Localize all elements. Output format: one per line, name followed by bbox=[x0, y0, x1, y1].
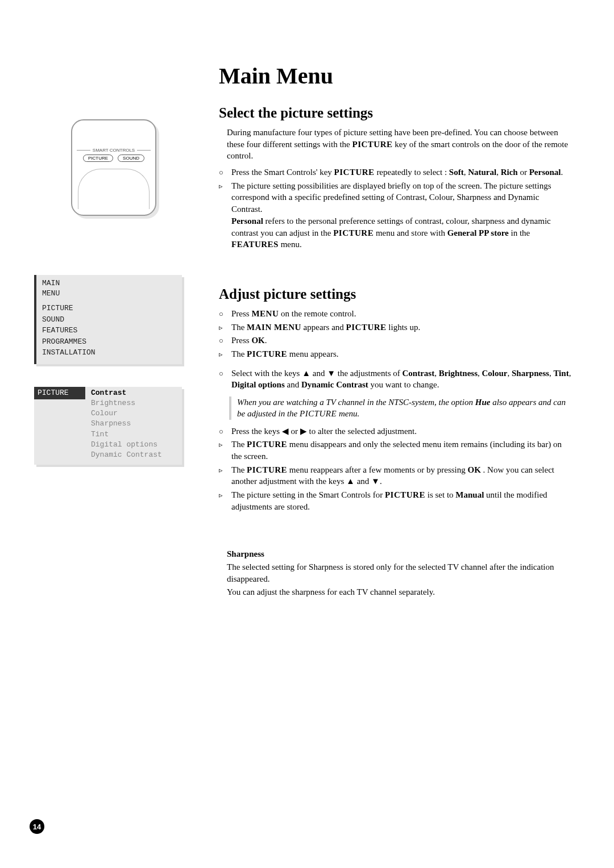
down-arrow-icon: ▼ bbox=[371, 476, 380, 486]
osd-item: PICTURE bbox=[42, 303, 176, 314]
list-item: The picture setting in the Smart Control… bbox=[219, 489, 571, 512]
option: Digital options bbox=[231, 380, 285, 389]
osd-picture-item: Brightness bbox=[91, 398, 177, 408]
option: Contrast bbox=[403, 369, 435, 378]
list-item: Press OK. bbox=[219, 335, 571, 347]
ntsc-note: When you are watching a TV channel in th… bbox=[229, 397, 571, 420]
instruction-list: Press MENU on the remote control. The MA… bbox=[219, 308, 571, 360]
instruction-list: Press the Smart Controls' key PICTURE re… bbox=[219, 166, 571, 251]
list-item: Select with the keys ▲ and ▼ the adjustm… bbox=[219, 368, 571, 391]
text: The bbox=[231, 323, 247, 332]
key-name: PICTURE bbox=[247, 465, 287, 474]
text: The bbox=[231, 465, 247, 474]
osd-picture-selected: PICTURE bbox=[34, 387, 85, 399]
text: , bbox=[478, 369, 482, 378]
right-arrow-icon: ▶ bbox=[300, 426, 307, 436]
text: in the bbox=[509, 228, 530, 237]
option: Manual bbox=[455, 490, 484, 499]
list-item: Press the keys ◀ or ▶ to alter the selec… bbox=[219, 425, 571, 437]
paragraph: You can adjust the sharpness for each TV… bbox=[227, 586, 571, 598]
key-name: PICTURE bbox=[346, 323, 387, 332]
section-heading: Select the picture settings bbox=[219, 105, 571, 121]
text: . bbox=[380, 477, 382, 486]
remote-illustration: SMART CONTROLS PICTURE SOUND bbox=[71, 119, 156, 216]
text: and bbox=[310, 369, 327, 378]
option: Tint bbox=[553, 369, 569, 378]
option: Brightness bbox=[439, 369, 478, 378]
smart-controls-label: SMART CONTROLS bbox=[72, 148, 155, 153]
text: the adjustments of bbox=[335, 369, 402, 378]
key-name: OK bbox=[251, 336, 264, 345]
list-item: The MAIN MENU appears and PICTURE lights… bbox=[219, 322, 571, 333]
content-column: Main Menu Select the picture settings Du… bbox=[219, 62, 571, 602]
subsection-heading: Sharpness bbox=[227, 549, 571, 559]
text: Press bbox=[231, 309, 251, 318]
text: The bbox=[231, 349, 247, 358]
instruction-list: Press the keys ◀ or ▶ to alter the selec… bbox=[219, 425, 571, 513]
left-arrow-icon: ◀ bbox=[282, 426, 289, 436]
text: or bbox=[518, 168, 529, 177]
osd-picture-right: Contrast Brightness Colour Sharpness Tin… bbox=[85, 387, 182, 465]
text: , bbox=[508, 369, 512, 378]
manual-page: SMART CONTROLS PICTURE SOUND MAIN MENU P… bbox=[0, 0, 614, 868]
option: Personal bbox=[231, 216, 263, 226]
osd-picture-item: Sharpness bbox=[91, 419, 177, 429]
text: menu. bbox=[279, 240, 302, 249]
text: Press bbox=[231, 336, 251, 345]
text: The picture setting possibilities are di… bbox=[231, 181, 551, 214]
text: Select with the keys bbox=[231, 369, 302, 378]
text: The bbox=[231, 440, 247, 449]
list-item: Press MENU on the remote control. bbox=[219, 308, 571, 320]
text: , bbox=[496, 168, 501, 177]
text: is set to bbox=[425, 490, 455, 499]
list-item: The PICTURE menu disappears and only the… bbox=[219, 439, 571, 462]
text: menu and store with bbox=[374, 228, 447, 237]
page-title: Main Menu bbox=[219, 62, 571, 89]
up-arrow-icon: ▲ bbox=[302, 368, 310, 378]
list-item: The picture setting possibilities are di… bbox=[219, 180, 571, 251]
osd-item: INSTALLATION bbox=[42, 347, 176, 358]
text: Press the keys bbox=[231, 427, 282, 436]
list-item: Press the Smart Controls' key PICTURE re… bbox=[219, 166, 571, 178]
down-arrow-icon: ▼ bbox=[327, 368, 335, 378]
key-name: PICTURE bbox=[247, 440, 287, 449]
osd-main-menu-title: MAIN MENU bbox=[42, 278, 176, 298]
instruction-list: Select with the keys ▲ and ▼ the adjustm… bbox=[219, 368, 571, 391]
key-name: MAIN MENU bbox=[247, 323, 301, 332]
osd-main-line1: MAIN bbox=[42, 278, 176, 289]
remote-picture-button: PICTURE bbox=[83, 155, 113, 162]
option: Soft bbox=[449, 168, 464, 177]
option: Hue bbox=[475, 398, 491, 407]
option: Dynamic Contrast bbox=[301, 380, 368, 389]
remote-button-row: PICTURE SOUND bbox=[72, 155, 155, 162]
text: When you are watching a TV channel in th… bbox=[237, 398, 475, 407]
text: lights up. bbox=[387, 323, 421, 332]
sharpness-block: Sharpness The selected setting for Sharp… bbox=[219, 549, 571, 598]
text: menu. bbox=[337, 409, 359, 418]
list-item: The PICTURE menu reappears after a few m… bbox=[219, 464, 571, 487]
figures-column: SMART CONTROLS PICTURE SOUND MAIN MENU P… bbox=[34, 119, 193, 465]
text: on the remote control. bbox=[279, 309, 356, 318]
option: Colour bbox=[482, 369, 508, 378]
osd-main-line2: MENU bbox=[42, 289, 176, 299]
key-name: PICTURE bbox=[333, 228, 374, 237]
osd-picture-item: Tint bbox=[91, 429, 177, 440]
option: Personal bbox=[529, 168, 561, 177]
up-arrow-icon: ▲ bbox=[346, 476, 355, 486]
list-item: The PICTURE menu appears. bbox=[219, 348, 571, 360]
osd-picture-item: Contrast bbox=[91, 388, 177, 398]
osd-picture-menu: PICTURE Contrast Brightness Colour Sharp… bbox=[34, 387, 182, 465]
text: repeatedly to select : bbox=[375, 168, 449, 177]
key-name: PICTURE bbox=[334, 168, 375, 177]
osd-item: FEATURES bbox=[42, 325, 176, 336]
remote-sound-button: SOUND bbox=[118, 155, 144, 162]
text: , bbox=[569, 369, 571, 378]
remote-inner-arc bbox=[78, 169, 150, 209]
text: and bbox=[355, 477, 371, 486]
text: to alter the selected adjustment. bbox=[307, 427, 417, 436]
text: The picture setting in the Smart Control… bbox=[231, 490, 385, 499]
option: Rich bbox=[501, 168, 518, 177]
key-name: FEATURES bbox=[231, 240, 279, 249]
option: Sharpness bbox=[512, 369, 549, 378]
text: and bbox=[285, 380, 301, 389]
